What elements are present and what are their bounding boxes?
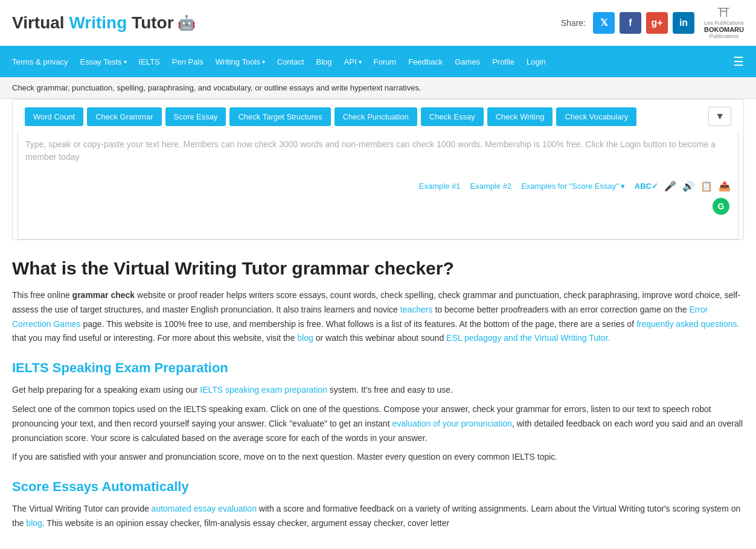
check-punctuation-button[interactable]: Check Punctuation: [335, 107, 417, 126]
bokomaru-logo: ⛩ Les Publications BOKOMARU Publications: [704, 6, 744, 39]
ielts-para2: Select one of the common topics used on …: [12, 402, 744, 445]
copy-icon[interactable]: 📋: [700, 180, 713, 192]
nav-games[interactable]: Games: [449, 49, 486, 75]
expand-tools-button[interactable]: ▼: [708, 107, 731, 126]
para1-end3: or watch this webinar about sound: [313, 333, 446, 343]
subheader-bar: Check grammar, punctuation, spelling, pa…: [0, 77, 756, 99]
logo-tutor: Tutor: [132, 13, 173, 32]
site-header: Virtual Writing Tutor 🤖 Share: 𝕏 f g+ in…: [0, 0, 756, 46]
tool-buttons-row: Word Count Check Grammar Score Essay Che…: [25, 107, 731, 126]
check-essay-button[interactable]: Check Essay: [421, 107, 484, 126]
para1-end: page. This website is 100% free to use, …: [81, 319, 636, 329]
para1-middle: to become better proofreaders with an er…: [433, 305, 690, 314]
score-para1-prefix: The Virtual Writing Tutor can provide: [12, 504, 152, 513]
example2-link[interactable]: Example #2: [470, 182, 511, 191]
robot-icon: 🤖: [178, 14, 196, 31]
bokomaru-text2: BOKOMARU: [704, 26, 744, 33]
api-arrow: ▾: [359, 59, 362, 65]
examples-score-dropdown[interactable]: Examples for "Score Essay" ▾: [521, 182, 625, 191]
google-plus-link[interactable]: g+: [646, 12, 668, 34]
nav-writing-tools[interactable]: Writing Tools▾: [210, 49, 271, 75]
text-input-area[interactable]: Type, speak or copy-paste your text here…: [18, 131, 738, 240]
nav-penpals[interactable]: Pen Pals: [166, 49, 210, 75]
nav-essay-tests[interactable]: Essay Tests▾: [74, 49, 132, 75]
nav-terms[interactable]: Terms & privacy: [6, 49, 74, 75]
export-icon[interactable]: 📤: [719, 180, 731, 192]
twitter-link[interactable]: 𝕏: [593, 12, 615, 34]
esl-pedagogy-link[interactable]: ESL pedagogy and the Virtual Writing Tut…: [446, 333, 610, 343]
check-grammar-button[interactable]: Check Grammar: [87, 107, 161, 126]
nav-api[interactable]: API▾: [338, 49, 368, 75]
nav-feedback[interactable]: Feedback: [402, 49, 449, 75]
nav-contact[interactable]: Contact: [271, 49, 310, 75]
intro-paragraph: This free online grammar check website o…: [12, 288, 744, 346]
faq-link[interactable]: frequently asked questions.: [636, 319, 739, 329]
nav-forum[interactable]: Forum: [368, 49, 403, 75]
score-para1-end: . This website is an opinion essay check…: [42, 518, 449, 528]
nav-login[interactable]: Login: [521, 49, 552, 75]
nav-blog[interactable]: Blog: [310, 49, 338, 75]
check-target-structures-button[interactable]: Check Target Structures: [229, 107, 330, 126]
writing-tools-arrow: ▾: [262, 59, 265, 65]
ielts-section-heading: IELTS Speaking Exam Preparation: [12, 360, 744, 376]
grammar-check-bold: grammar check: [72, 290, 135, 300]
microphone-icon[interactable]: 🎤: [664, 180, 676, 192]
para1-end2: that you may find useful or interesting.…: [12, 333, 297, 343]
examples-dropdown-arrow: ▾: [621, 182, 625, 191]
textarea-icons: ABC✓ 🎤 🔊 📋 📤: [635, 180, 731, 192]
para1-prefix: This free online: [12, 290, 72, 300]
score-essays-heading: Score Essays Automatically: [12, 479, 744, 495]
blog-link[interactable]: blog: [297, 333, 313, 343]
ielts-para3: If you are satisfied with your answer an…: [12, 450, 744, 465]
share-label: Share:: [561, 18, 586, 28]
logo-writing: Writing: [69, 13, 127, 32]
textarea-placeholder: Type, speak or copy-paste your text here…: [25, 138, 731, 163]
example1-link[interactable]: Example #1: [419, 182, 461, 191]
main-content: What is the Virtual Writing Tutor gramma…: [0, 240, 756, 549]
ielts-para1-suffix: system. It's free and easy to use.: [327, 385, 453, 395]
nav-profile[interactable]: Profile: [486, 49, 521, 75]
bokomaru-text1: Les Publications: [704, 20, 744, 26]
ielts-para1-prefix: Get help preparing for a speaking exam u…: [12, 385, 200, 395]
hamburger-icon[interactable]: ☰: [727, 46, 750, 77]
tool-buttons-container: Word Count Check Grammar Score Essay Che…: [12, 99, 744, 240]
linkedin-link[interactable]: in: [673, 12, 694, 34]
teachers-link[interactable]: teachers: [400, 305, 433, 314]
essay-tests-arrow: ▾: [124, 59, 127, 65]
main-nav: Terms & privacy Essay Tests▾ IELTS Pen P…: [0, 46, 756, 77]
grammarly-icon: G: [713, 198, 729, 215]
ielts-para1: Get help preparing for a speaking exam u…: [12, 383, 744, 398]
subheader-text: Check grammar, punctuation, spelling, pa…: [12, 83, 421, 92]
speaker-icon[interactable]: 🔊: [682, 180, 694, 192]
textarea-bottom-bar: Example #1 Example #2 Examples for "Scor…: [25, 176, 731, 192]
main-heading: What is the Virtual Writing Tutor gramma…: [12, 258, 744, 279]
automated-essay-link[interactable]: automated essay evaluation: [152, 504, 257, 513]
ielts-speaking-link[interactable]: IELTS speaking exam preparation: [200, 385, 327, 395]
abc-check-icon[interactable]: ABC✓: [635, 182, 658, 191]
bokomaru-icon: ⛩: [718, 6, 730, 20]
score-essay-button[interactable]: Score Essay: [165, 107, 226, 126]
logo-virtual: Virtual: [12, 13, 65, 32]
check-vocabulary-button[interactable]: Check Vocabulary: [556, 107, 636, 126]
header-right: Share: 𝕏 f g+ in ⛩ Les Publications BOKO…: [561, 6, 744, 39]
word-count-button[interactable]: Word Count: [25, 107, 83, 126]
site-logo: Virtual Writing Tutor 🤖: [12, 13, 196, 33]
nav-ielts[interactable]: IELTS: [133, 49, 166, 75]
score-essays-para1: The Virtual Writing Tutor can provide au…: [12, 502, 744, 531]
score-blog-link[interactable]: blog: [26, 518, 42, 528]
pronunciation-eval-link[interactable]: evaluation of your pronunciation: [392, 419, 511, 428]
bokomaru-text3: Publications: [710, 33, 739, 39]
check-writing-button[interactable]: Check Writing: [487, 107, 553, 126]
facebook-link[interactable]: f: [620, 12, 641, 34]
